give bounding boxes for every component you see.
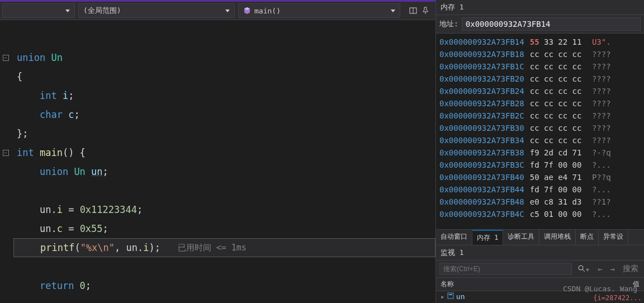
memory-row[interactable]: 0x000000932A73FB30cc cc cc cc ???? [439,122,641,134]
svg-point-2 [579,266,583,270]
scope-dropdown[interactable]: (全局范围) [78,3,235,18]
memory-row[interactable]: 0x000000932A73FB1455 33 22 11 U3". [439,36,641,48]
code-line[interactable]: char c; [13,105,435,124]
outline-gutter[interactable]: −− [0,20,11,303]
code-line[interactable]: union Un [13,48,435,67]
svg-rect-5 [449,294,452,295]
memory-row[interactable]: 0x000000932A73FB4050 ae e4 71 P??q [439,171,641,183]
cube-icon [243,7,251,15]
search-label: 搜索 [621,264,641,274]
code-line[interactable] [13,181,435,200]
svg-rect-4 [448,293,453,299]
memory-row[interactable]: 0x000000932A73FB34cc cc cc cc ???? [439,134,641,146]
memory-dump[interactable]: 0x000000932A73FB1455 33 22 11 U3".0x0000… [436,34,644,229]
watch-columns: 名称 值 [436,277,644,291]
split-editor-icon[interactable] [408,5,419,16]
address-input[interactable] [462,17,641,31]
nav-next-icon[interactable]: → [608,264,617,273]
watch-search-row: ▾ ← → 搜索 [436,261,644,277]
code-line[interactable]: return 0; [13,276,435,295]
memory-row[interactable]: 0x000000932A73FB20cc cc cc cc ???? [439,73,641,85]
memory-row[interactable]: 0x000000932A73FB38f9 2d cd 71 ?-?q [439,146,641,159]
code-line[interactable]: { [13,67,435,86]
pin-icon[interactable] [420,5,431,16]
memory-row[interactable]: 0x000000932A73FB1Ccc cc cc cc ???? [439,60,641,73]
svg-line-3 [583,269,585,272]
tab-内存 1[interactable]: 内存 1 [472,230,503,245]
code-line[interactable]: un.i = 0x11223344; [13,200,435,219]
col-value: 值 [540,278,644,291]
watch-search-input[interactable] [439,263,572,275]
memory-row[interactable]: 0x000000932A73FB44fd 7f 00 00 ?... [439,183,641,196]
code-line[interactable]: printf("%x\n", un.i); 已用时间 <= 1ms [13,238,435,257]
memory-row[interactable]: 0x000000932A73FB48e0 c8 31 d3 ??1? [439,196,641,208]
code-line[interactable]: int main() { [13,143,435,162]
code-line[interactable]: un.c = 0x55; [13,219,435,238]
memory-row[interactable]: 0x000000932A73FB2Ccc cc cc cc ???? [439,110,641,122]
watch-item-name: un [456,292,465,301]
search-icon[interactable]: ▾ [575,264,592,274]
tab-诊断工具[interactable]: 诊断工具 [503,230,539,245]
code-editor[interactable]: −− union Un{ int i; char c;};int main() … [0,20,435,303]
memory-row[interactable]: 0x000000932A73FB4Cc5 01 00 00 ?... [439,208,641,220]
memory-row[interactable]: 0x000000932A73FB24cc cc cc cc ???? [439,85,641,97]
chevron-down-icon [65,10,70,12]
code-line[interactable] [13,257,435,276]
memory-address-bar: 地址: [436,15,644,34]
col-name: 名称 [436,278,540,291]
outline-collapse-icon[interactable]: − [3,150,9,156]
address-label: 地址: [439,19,458,29]
tab-自动窗口[interactable]: 自动窗口 [436,230,472,245]
tab-异常设[interactable]: 异常设 [599,230,628,245]
tool-tabs: 自动窗口内存 1诊断工具调用堆栈断点异常设 [436,229,644,245]
expand-icon[interactable]: ▸ [441,292,445,301]
chevron-down-icon [391,10,395,12]
value-readout: {i=287422... [593,294,642,302]
watch-title: 监视 1 [436,245,644,261]
tab-断点[interactable]: 断点 [576,230,599,245]
memory-panel-title: 内存 1 [436,0,644,15]
outline-collapse-icon[interactable]: − [3,55,9,61]
memory-row[interactable]: 0x000000932A73FB18cc cc cc cc ???? [439,48,641,60]
function-dropdown[interactable]: main() [238,3,400,18]
code-line[interactable]: }; [13,124,435,143]
editor-toolbar: (全局范围) main() [0,0,435,20]
code-line[interactable]: int i; [13,86,435,105]
memory-row[interactable]: 0x000000932A73FB28cc cc cc cc ???? [439,97,641,110]
scope-dropdown-empty[interactable] [2,3,75,18]
struct-icon [447,292,454,301]
tab-调用堆栈[interactable]: 调用堆栈 [539,230,576,245]
chevron-down-icon [225,10,230,12]
code-line[interactable]: union Un un; [13,162,435,181]
nav-prev-icon[interactable]: ← [595,264,604,273]
memory-row[interactable]: 0x000000932A73FB3Cfd 7f 00 00 ?... [439,159,641,171]
